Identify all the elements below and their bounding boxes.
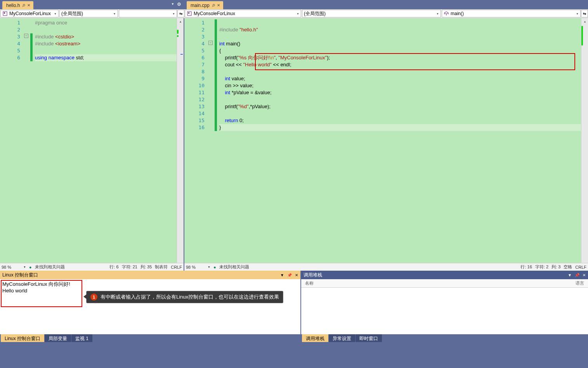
pin-icon[interactable]: 📌 (575, 273, 579, 277)
function-combo[interactable]: ▼ (119, 10, 177, 17)
code-line[interactable]: cin >> value; (219, 82, 581, 89)
tabs-label: 空格 (564, 264, 572, 270)
dropdown-icon[interactable]: ▼ (568, 273, 572, 277)
col-label: 列: 35 (140, 264, 152, 270)
code-line[interactable] (219, 68, 581, 75)
code-editor[interactable]: 123456 − #pragma once#include <cstdio>#i… (0, 18, 184, 263)
nav-bar-left: MyConsoleForLinux ▼ (全局范围) ▼ ▼ ⇆ (0, 9, 184, 18)
code-line[interactable]: return 0; (219, 117, 581, 124)
combo-text: MyConsoleForLinux (9, 11, 51, 16)
panel-tab[interactable]: 监视 1 (71, 334, 92, 342)
close-icon[interactable]: ✕ (295, 273, 298, 277)
code-line[interactable]: using namespace std; (35, 54, 177, 61)
code-line[interactable]: #include "hello.h" (219, 26, 581, 33)
scope-combo[interactable]: (全局范围) ▼ (302, 10, 441, 17)
panel-title: 调用堆栈 (304, 272, 322, 278)
function-combo[interactable]: main() ▼ (442, 10, 581, 17)
code-line[interactable] (219, 96, 581, 103)
combo-text: (全局范围) (61, 10, 83, 17)
scroll-up-icon[interactable]: ▴ (177, 18, 184, 25)
code-line[interactable]: { (219, 47, 581, 54)
code-line[interactable] (219, 33, 581, 40)
fold-column: − (208, 18, 214, 263)
console-line: MyConsoleForLinux 向你问好! (2, 281, 298, 288)
code-line[interactable]: #pragma once (35, 19, 177, 26)
svg-rect-3 (188, 12, 189, 14)
change-margin (214, 18, 219, 263)
callstack-panel: 调用堆栈 ▼ 📌 ✕ 名称 语言 调用堆栈异常设置即时窗口 (301, 271, 588, 343)
check-icon: ● (213, 265, 216, 270)
annotation-callout: 1 有中断或者输入占据了，所以会有Linux控制台窗口，也可以在这边进行查看效果 (86, 291, 283, 303)
tab-bar-right: main.cpp ⚲ ✕ (184, 0, 588, 9)
code-line[interactable]: int value; (219, 75, 581, 82)
panel-tab[interactable]: Linux 控制台窗口 (1, 334, 44, 342)
fold-minus-icon[interactable]: − (208, 41, 213, 45)
scope-combo[interactable]: (全局范围) ▼ (59, 10, 118, 17)
annotation-text: 有中断或者输入占据了，所以会有Linux控制台窗口，也可以在这边进行查看效果 (101, 294, 279, 301)
code-line[interactable]: #include <iostream> (35, 40, 177, 47)
pin-icon[interactable]: ⚲ (211, 3, 216, 8)
code-line[interactable]: #include <cstdio> (35, 33, 177, 40)
combo-text: MyConsoleForLinux (194, 11, 235, 16)
tab-hello-h[interactable]: hello.h ⚲ ✕ (2, 1, 33, 9)
panel-tab[interactable]: 即时窗口 (356, 334, 382, 342)
line-gutter: 123456 (0, 18, 24, 263)
project-combo[interactable]: MyConsoleForLinux ▼ (0, 10, 59, 17)
vertical-scrollbar[interactable]: ▴ (581, 18, 588, 263)
pin-icon[interactable]: ⚲ (21, 3, 26, 8)
eol-label: CRLF (575, 265, 586, 270)
zoom-combo[interactable]: 98 % (186, 265, 205, 270)
chevron-down-icon: ▼ (574, 12, 579, 15)
char-label: 字符: 2 (535, 264, 548, 270)
code-line[interactable] (35, 26, 177, 33)
panel-tab[interactable]: 调用堆栈 (302, 334, 328, 342)
nav-bar-right: MyConsoleForLinux ▼ (全局范围) ▼ main() ▼ ⇆ (184, 9, 588, 18)
zoom-combo[interactable]: 98 % (2, 265, 20, 270)
tab-label: hello.h (6, 3, 20, 8)
col-lang[interactable]: 语言 (576, 280, 584, 286)
tab-dropdown-icon[interactable]: ▼ (171, 2, 174, 6)
vertical-scrollbar[interactable]: ▴ (177, 18, 184, 263)
code-line[interactable]: int main() (219, 40, 581, 47)
console-content[interactable]: MyConsoleForLinux 向你问好!Hello world 1 有中断… (0, 279, 300, 334)
gear-icon[interactable]: ⚙ (177, 2, 181, 7)
tabs-label: 制表符 (155, 264, 168, 270)
split-button[interactable]: ⇆ (177, 10, 184, 17)
scroll-up-icon[interactable]: ▴ (581, 18, 588, 25)
panel-tab[interactable]: 局部变量 (45, 334, 71, 342)
code-line[interactable]: int *pValue = &value; (219, 89, 581, 96)
code-line[interactable]: printf("%d",*pValue); (219, 103, 581, 110)
code-line[interactable]: cout << "Hello world" << endl; (219, 61, 581, 68)
code-line[interactable] (219, 19, 581, 26)
pin-icon[interactable]: 📌 (287, 273, 292, 277)
split-button[interactable]: ⇆ (581, 10, 588, 17)
close-icon[interactable]: ✕ (217, 3, 220, 7)
char-label: 字符: 21 (122, 264, 137, 270)
code-editor[interactable]: 12345678910111213141516 − #include "hell… (184, 18, 588, 263)
callstack-body[interactable] (301, 288, 588, 334)
code-line[interactable]: } (219, 124, 581, 131)
code-line[interactable] (219, 110, 581, 117)
code-line[interactable] (35, 47, 177, 54)
fold-minus-icon[interactable]: − (24, 34, 28, 38)
close-icon[interactable]: ✕ (583, 273, 586, 277)
annotation-badge: 1 (90, 294, 97, 301)
code-lines[interactable]: #include "hello.h"int main(){ printf("%s… (219, 18, 581, 263)
callstack-columns: 名称 语言 (301, 279, 588, 288)
close-icon[interactable]: ✕ (27, 3, 30, 7)
panel-tab[interactable]: 异常设置 (329, 334, 355, 342)
project-combo[interactable]: MyConsoleForLinux ▼ (185, 10, 301, 17)
issues-label: 未找到相关问题 (219, 264, 249, 270)
col-label: 列: 3 (552, 264, 560, 270)
col-name[interactable]: 名称 (305, 280, 576, 286)
code-line[interactable]: printf("%s 向你问好!\n", "MyConsoleForLinux"… (219, 54, 581, 61)
issues-label: 未找到相关问题 (35, 264, 65, 270)
svg-rect-1 (4, 12, 5, 14)
tab-main-cpp[interactable]: main.cpp ⚲ ✕ (187, 1, 223, 9)
callstack-tab-strip: 调用堆栈异常设置即时窗口 (301, 334, 588, 343)
chevron-down-icon: ▼ (294, 12, 299, 15)
dropdown-icon[interactable]: ▼ (280, 273, 284, 277)
code-lines[interactable]: #pragma once#include <cstdio>#include <i… (35, 18, 177, 263)
console-tab-strip: Linux 控制台窗口局部变量监视 1 (0, 334, 300, 343)
editor-pane-left: 123456 − #pragma once#include <cstdio>#i… (0, 18, 184, 271)
